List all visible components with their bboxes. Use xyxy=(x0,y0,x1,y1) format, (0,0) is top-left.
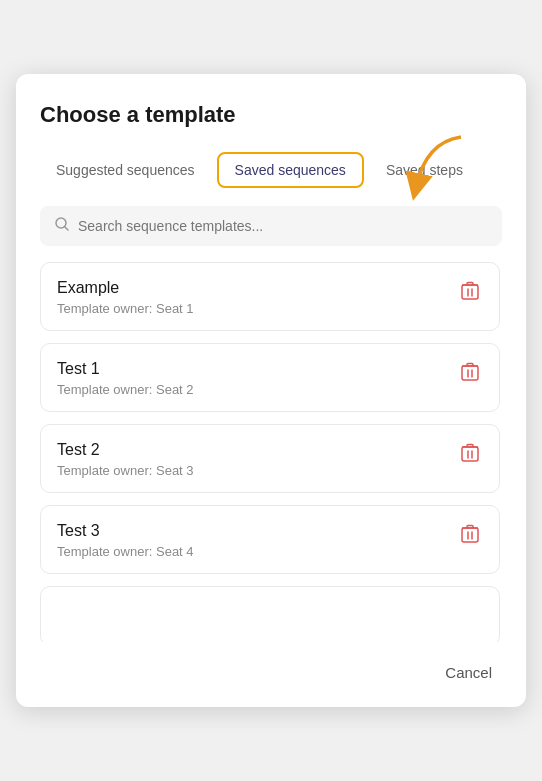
template-info: Test 1 Template owner: Seat 2 xyxy=(57,360,194,397)
tab-saved-sequences[interactable]: Saved sequences xyxy=(217,152,364,188)
tab-suggested-sequences[interactable]: Suggested sequences xyxy=(40,154,211,186)
delete-button-test1[interactable] xyxy=(457,360,483,387)
delete-button-test2[interactable] xyxy=(457,441,483,468)
tab-row: Suggested sequences Saved sequences Save… xyxy=(40,152,502,188)
template-name: Example xyxy=(57,279,194,297)
template-info: Example Template owner: Seat 1 xyxy=(57,279,194,316)
template-owner: Template owner: Seat 2 xyxy=(57,382,194,397)
modal-title: Choose a template xyxy=(40,102,502,128)
template-name: Test 3 xyxy=(57,522,194,540)
search-icon xyxy=(54,216,70,236)
tab-saved-steps[interactable]: Saved steps xyxy=(370,154,479,186)
search-bar xyxy=(40,206,502,246)
svg-rect-15 xyxy=(462,528,478,542)
svg-rect-3 xyxy=(462,285,478,299)
template-card-example: Example Template owner: Seat 1 xyxy=(40,262,500,331)
search-input[interactable] xyxy=(78,218,488,234)
trash-icon xyxy=(461,443,479,463)
delete-button-example[interactable] xyxy=(457,279,483,306)
cancel-button[interactable]: Cancel xyxy=(435,658,502,687)
trash-icon xyxy=(461,524,479,544)
template-owner: Template owner: Seat 1 xyxy=(57,301,194,316)
template-card-test1: Test 1 Template owner: Seat 2 xyxy=(40,343,500,412)
template-info xyxy=(57,603,61,621)
modal-footer: Cancel xyxy=(40,642,502,687)
template-name: Test 1 xyxy=(57,360,194,378)
modal-container: Choose a template Suggested sequences Sa… xyxy=(16,74,526,707)
template-info: Test 3 Template owner: Seat 4 xyxy=(57,522,194,559)
trash-icon xyxy=(461,362,479,382)
template-info: Test 2 Template owner: Seat 3 xyxy=(57,441,194,478)
template-owner: Template owner: Seat 3 xyxy=(57,463,194,478)
template-name xyxy=(57,603,61,621)
template-card-partial xyxy=(40,586,500,642)
trash-icon xyxy=(461,281,479,301)
template-list: Example Template owner: Seat 1 Test 1 Te… xyxy=(40,262,502,642)
svg-rect-7 xyxy=(462,366,478,380)
template-card-test2: Test 2 Template owner: Seat 3 xyxy=(40,424,500,493)
template-card-test3: Test 3 Template owner: Seat 4 xyxy=(40,505,500,574)
template-owner: Template owner: Seat 4 xyxy=(57,544,194,559)
svg-rect-11 xyxy=(462,447,478,461)
template-name: Test 2 xyxy=(57,441,194,459)
delete-button-test3[interactable] xyxy=(457,522,483,549)
svg-line-2 xyxy=(65,227,69,231)
